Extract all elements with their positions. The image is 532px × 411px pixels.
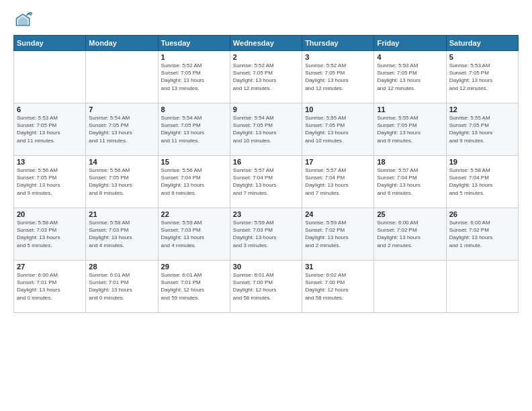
day-info: Sunrise: 5:55 AM Sunset: 7:05 PM Dayligh… <box>449 114 515 144</box>
calendar-cell: 30Sunrise: 6:01 AM Sunset: 7:00 PM Dayli… <box>230 261 302 313</box>
day-number: 2 <box>233 53 299 61</box>
calendar-week-row: 1Sunrise: 5:52 AM Sunset: 7:05 PM Daylig… <box>14 51 519 103</box>
day-info: Sunrise: 6:02 AM Sunset: 7:00 PM Dayligh… <box>305 271 371 302</box>
day-info: Sunrise: 5:52 AM Sunset: 7:05 PM Dayligh… <box>161 62 227 92</box>
day-number: 18 <box>377 158 443 166</box>
calendar-cell: 29Sunrise: 6:01 AM Sunset: 7:01 PM Dayli… <box>158 261 230 313</box>
day-info: Sunrise: 5:58 AM Sunset: 7:03 PM Dayligh… <box>17 219 83 249</box>
calendar-cell: 10Sunrise: 5:55 AM Sunset: 7:05 PM Dayli… <box>302 103 374 156</box>
calendar-cell: 7Sunrise: 5:54 AM Sunset: 7:05 PM Daylig… <box>86 103 158 156</box>
day-info: Sunrise: 5:54 AM Sunset: 7:05 PM Dayligh… <box>233 114 299 144</box>
logo <box>13 11 35 30</box>
day-info: Sunrise: 5:58 AM Sunset: 7:04 PM Dayligh… <box>449 167 515 197</box>
day-number: 29 <box>161 263 227 271</box>
calendar-weekday-sunday: Sunday <box>14 36 86 51</box>
calendar-cell: 14Sunrise: 5:56 AM Sunset: 7:05 PM Dayli… <box>86 156 158 208</box>
calendar-cell <box>374 261 446 313</box>
day-number: 12 <box>449 105 515 113</box>
page: SundayMondayTuesdayWednesdayThursdayFrid… <box>0 0 532 411</box>
calendar-cell: 13Sunrise: 5:56 AM Sunset: 7:05 PM Dayli… <box>14 156 86 208</box>
day-info: Sunrise: 5:57 AM Sunset: 7:04 PM Dayligh… <box>233 167 299 197</box>
calendar-week-row: 13Sunrise: 5:56 AM Sunset: 7:05 PM Dayli… <box>14 156 519 208</box>
day-info: Sunrise: 5:57 AM Sunset: 7:04 PM Dayligh… <box>377 167 443 197</box>
day-number: 17 <box>305 158 371 166</box>
header <box>13 11 519 30</box>
calendar-weekday-saturday: Saturday <box>446 36 518 51</box>
day-info: Sunrise: 5:54 AM Sunset: 7:05 PM Dayligh… <box>89 114 154 144</box>
calendar-weekday-wednesday: Wednesday <box>230 36 302 51</box>
calendar-week-row: 27Sunrise: 6:00 AM Sunset: 7:01 PM Dayli… <box>14 261 519 313</box>
day-info: Sunrise: 5:54 AM Sunset: 7:05 PM Dayligh… <box>161 114 227 144</box>
calendar-cell: 18Sunrise: 5:57 AM Sunset: 7:04 PM Dayli… <box>374 156 446 208</box>
day-number: 16 <box>233 158 299 166</box>
day-number: 1 <box>161 53 227 61</box>
calendar-cell: 27Sunrise: 6:00 AM Sunset: 7:01 PM Dayli… <box>14 261 86 313</box>
day-number: 9 <box>233 105 299 113</box>
day-number: 19 <box>449 158 515 166</box>
day-info: Sunrise: 5:59 AM Sunset: 7:02 PM Dayligh… <box>305 219 371 249</box>
calendar-weekday-friday: Friday <box>374 36 446 51</box>
day-number: 30 <box>233 263 299 271</box>
day-number: 26 <box>449 210 515 218</box>
calendar-cell: 5Sunrise: 5:53 AM Sunset: 7:05 PM Daylig… <box>446 51 518 103</box>
calendar-week-row: 20Sunrise: 5:58 AM Sunset: 7:03 PM Dayli… <box>14 208 519 261</box>
day-number: 3 <box>305 53 371 61</box>
day-number: 4 <box>377 53 443 61</box>
calendar-cell: 6Sunrise: 5:53 AM Sunset: 7:05 PM Daylig… <box>14 103 86 156</box>
calendar-cell: 9Sunrise: 5:54 AM Sunset: 7:05 PM Daylig… <box>230 103 302 156</box>
day-info: Sunrise: 6:00 AM Sunset: 7:02 PM Dayligh… <box>449 219 515 249</box>
calendar-cell: 4Sunrise: 5:53 AM Sunset: 7:05 PM Daylig… <box>374 51 446 103</box>
day-info: Sunrise: 5:59 AM Sunset: 7:03 PM Dayligh… <box>161 219 227 249</box>
calendar-weekday-monday: Monday <box>86 36 158 51</box>
day-info: Sunrise: 5:59 AM Sunset: 7:03 PM Dayligh… <box>233 219 299 249</box>
calendar-cell: 11Sunrise: 5:55 AM Sunset: 7:05 PM Dayli… <box>374 103 446 156</box>
day-info: Sunrise: 5:55 AM Sunset: 7:05 PM Dayligh… <box>305 114 371 144</box>
calendar-cell: 25Sunrise: 6:00 AM Sunset: 7:02 PM Dayli… <box>374 208 446 261</box>
day-info: Sunrise: 5:52 AM Sunset: 7:05 PM Dayligh… <box>305 62 371 92</box>
calendar-cell: 2Sunrise: 5:52 AM Sunset: 7:05 PM Daylig… <box>230 51 302 103</box>
day-info: Sunrise: 5:53 AM Sunset: 7:05 PM Dayligh… <box>17 114 83 144</box>
day-number: 8 <box>161 105 227 113</box>
day-info: Sunrise: 5:58 AM Sunset: 7:03 PM Dayligh… <box>89 219 154 249</box>
calendar-cell: 3Sunrise: 5:52 AM Sunset: 7:05 PM Daylig… <box>302 51 374 103</box>
calendar-weekday-thursday: Thursday <box>302 36 374 51</box>
calendar-cell: 17Sunrise: 5:57 AM Sunset: 7:04 PM Dayli… <box>302 156 374 208</box>
day-info: Sunrise: 5:56 AM Sunset: 7:05 PM Dayligh… <box>17 167 83 197</box>
calendar-cell: 22Sunrise: 5:59 AM Sunset: 7:03 PM Dayli… <box>158 208 230 261</box>
day-number: 23 <box>233 210 299 218</box>
calendar-cell: 31Sunrise: 6:02 AM Sunset: 7:00 PM Dayli… <box>302 261 374 313</box>
day-info: Sunrise: 6:01 AM Sunset: 7:01 PM Dayligh… <box>161 271 227 302</box>
day-info: Sunrise: 6:00 AM Sunset: 7:02 PM Dayligh… <box>377 219 443 249</box>
day-number: 6 <box>17 105 83 113</box>
calendar-cell: 8Sunrise: 5:54 AM Sunset: 7:05 PM Daylig… <box>158 103 230 156</box>
calendar-cell <box>86 51 158 103</box>
day-info: Sunrise: 5:57 AM Sunset: 7:04 PM Dayligh… <box>305 167 371 197</box>
day-number: 20 <box>17 210 83 218</box>
day-info: Sunrise: 5:56 AM Sunset: 7:05 PM Dayligh… <box>89 167 154 197</box>
calendar-cell <box>14 51 86 103</box>
calendar-weekday-tuesday: Tuesday <box>158 36 230 51</box>
day-info: Sunrise: 6:01 AM Sunset: 7:01 PM Dayligh… <box>89 271 154 302</box>
calendar-cell: 20Sunrise: 5:58 AM Sunset: 7:03 PM Dayli… <box>14 208 86 261</box>
day-number: 7 <box>89 105 154 113</box>
day-number: 22 <box>161 210 227 218</box>
day-info: Sunrise: 6:00 AM Sunset: 7:01 PM Dayligh… <box>17 271 83 302</box>
calendar-cell: 1Sunrise: 5:52 AM Sunset: 7:05 PM Daylig… <box>158 51 230 103</box>
calendar-cell: 16Sunrise: 5:57 AM Sunset: 7:04 PM Dayli… <box>230 156 302 208</box>
calendar-cell: 23Sunrise: 5:59 AM Sunset: 7:03 PM Dayli… <box>230 208 302 261</box>
day-number: 21 <box>89 210 154 218</box>
day-number: 14 <box>89 158 154 166</box>
calendar-cell: 21Sunrise: 5:58 AM Sunset: 7:03 PM Dayli… <box>86 208 158 261</box>
logo-icon <box>13 11 32 30</box>
calendar-cell: 24Sunrise: 5:59 AM Sunset: 7:02 PM Dayli… <box>302 208 374 261</box>
calendar-cell: 28Sunrise: 6:01 AM Sunset: 7:01 PM Dayli… <box>86 261 158 313</box>
calendar-header-row: SundayMondayTuesdayWednesdayThursdayFrid… <box>14 36 519 51</box>
day-number: 25 <box>377 210 443 218</box>
calendar-table: SundayMondayTuesdayWednesdayThursdayFrid… <box>13 35 519 313</box>
day-info: Sunrise: 5:53 AM Sunset: 7:05 PM Dayligh… <box>449 62 515 92</box>
day-number: 28 <box>89 263 154 271</box>
day-number: 5 <box>449 53 515 61</box>
day-number: 10 <box>305 105 371 113</box>
day-info: Sunrise: 6:01 AM Sunset: 7:00 PM Dayligh… <box>233 271 299 302</box>
calendar-cell: 19Sunrise: 5:58 AM Sunset: 7:04 PM Dayli… <box>446 156 518 208</box>
